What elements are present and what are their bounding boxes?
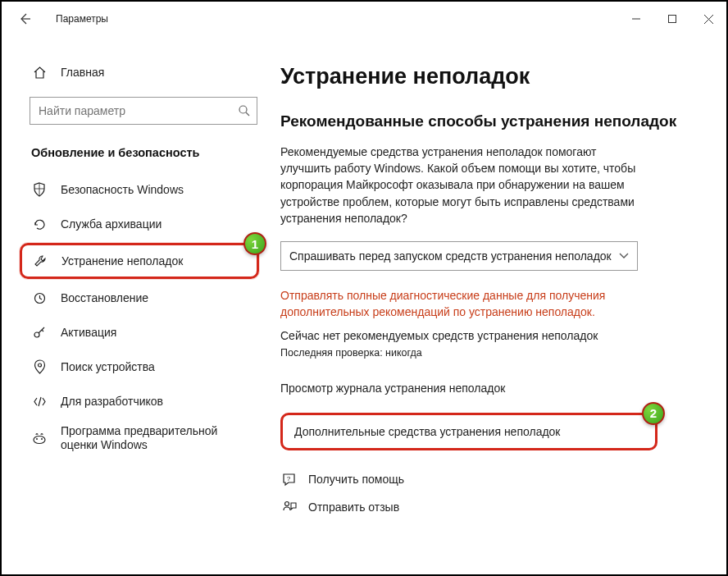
maximize-icon [668, 15, 676, 23]
svg-line-5 [246, 112, 249, 116]
sidebar-item-label: Безопасность Windows [61, 183, 184, 196]
sidebar-item-label: Служба архивации [61, 217, 162, 231]
maximize-button[interactable] [654, 2, 690, 36]
sidebar-section-header: Обновление и безопасность [2, 125, 272, 172]
diagnostic-notice-link[interactable]: Отправлять полные диагностические данные… [280, 287, 641, 321]
last-check-text: Последняя проверка: никогда [280, 347, 694, 359]
shield-icon [31, 182, 48, 197]
get-help-label: Получить помощь [308, 473, 404, 486]
sidebar-item-insider[interactable]: Программа предварительной оценки Windows [2, 418, 272, 458]
search-icon [238, 104, 251, 117]
section-subtitle: Рекомендованные способы устранения непол… [280, 111, 694, 132]
sidebar-item-label: Для разработчиков [61, 395, 163, 408]
location-icon [31, 359, 48, 374]
back-button[interactable] [13, 7, 36, 30]
feedback-label: Отправить отзыв [308, 501, 399, 514]
section-body: Рекомендуемые средства устранения непола… [280, 144, 641, 226]
sidebar-item-label: Программа предварительной оценки Windows [61, 424, 257, 453]
svg-point-11 [41, 438, 43, 440]
additional-tools-highlight: Дополнительные средства устранения непол… [280, 413, 657, 450]
home-button[interactable]: Главная [2, 56, 272, 89]
page-title: Устранение неполадок [280, 64, 694, 89]
feedback-icon [280, 501, 298, 514]
help-icon: ? [280, 472, 298, 487]
svg-point-13 [284, 501, 289, 505]
insider-icon [31, 432, 48, 445]
sidebar-item-find-device[interactable]: Поиск устройства [2, 350, 272, 384]
troubleshoot-select[interactable]: Спрашивать перед запуском средств устран… [280, 241, 638, 271]
sidebar-item-activation[interactable]: Активация [2, 315, 272, 350]
window-title: Параметры [56, 13, 108, 25]
feedback-link[interactable]: Отправить отзыв [280, 501, 694, 514]
close-icon [704, 15, 713, 24]
titlebar: Параметры [2, 2, 726, 36]
additional-tools-link[interactable]: Дополнительные средства устранения непол… [294, 425, 644, 438]
minimize-button[interactable] [618, 2, 654, 36]
search-input[interactable] [30, 97, 257, 125]
minimize-icon [632, 15, 640, 23]
close-button[interactable] [690, 2, 726, 36]
svg-point-9 [34, 437, 45, 444]
window-controls [618, 2, 726, 36]
home-label: Главная [61, 66, 104, 79]
svg-rect-1 [669, 16, 676, 23]
svg-point-4 [239, 106, 247, 113]
arrow-left-icon [18, 12, 31, 25]
sidebar-item-label: Поиск устройства [61, 360, 155, 373]
svg-point-8 [38, 363, 41, 367]
callout-badge-2: 2 [642, 402, 665, 425]
sidebar-item-recovery[interactable]: Восстановление [2, 281, 272, 315]
status-text: Сейчас нет рекомендуемых средств устране… [280, 329, 694, 342]
svg-text:?: ? [286, 474, 290, 482]
sidebar-item-label: Активация [61, 326, 116, 339]
recovery-icon [31, 291, 48, 305]
callout-badge-1: 1 [243, 232, 266, 255]
get-help-link[interactable]: ? Получить помощь [280, 472, 694, 487]
sidebar-item-label: Устранение неполадок [61, 254, 183, 267]
sidebar-item-label: Восстановление [61, 291, 148, 304]
sidebar-item-troubleshoot[interactable]: Устранение неполадок 1 [20, 243, 259, 279]
developer-icon [31, 395, 48, 409]
wrench-icon [32, 254, 48, 268]
svg-point-10 [36, 438, 38, 440]
chevron-down-icon [619, 253, 629, 259]
search-container [30, 97, 257, 125]
history-link[interactable]: Просмотр журнала устранения неполадок [280, 382, 694, 395]
sidebar-item-backup[interactable]: Служба архивации [2, 207, 272, 241]
home-icon [31, 66, 48, 80]
main-content: Устранение неполадок Рекомендованные спо… [272, 36, 726, 574]
select-value: Спрашивать перед запуском средств устран… [289, 249, 619, 263]
sidebar-item-windows-security[interactable]: Безопасность Windows [2, 172, 272, 207]
sidebar: Главная Обновление и безопасность Безопа… [2, 36, 272, 574]
sidebar-item-developers[interactable]: Для разработчиков [2, 384, 272, 418]
key-icon [31, 326, 48, 340]
backup-icon [31, 217, 48, 231]
